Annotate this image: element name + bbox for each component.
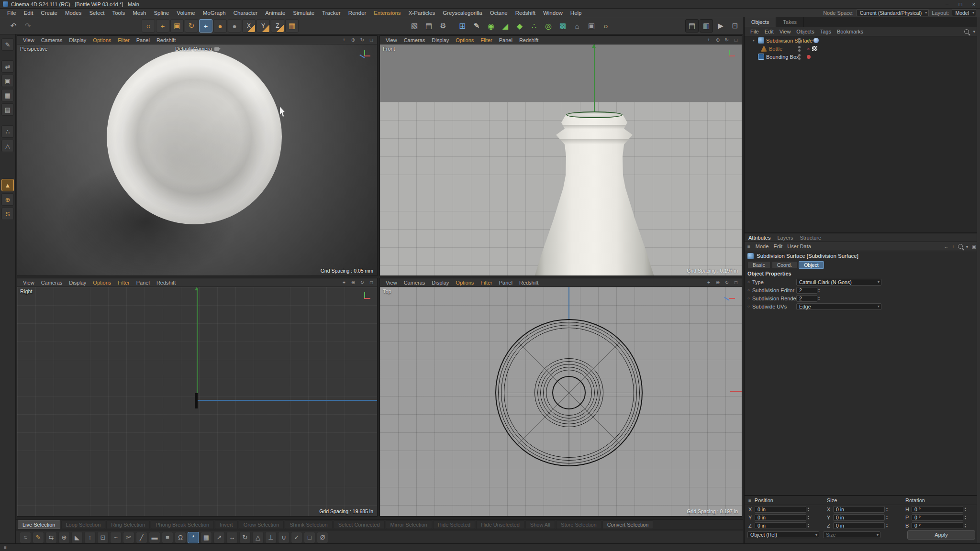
coordinate-system-toggle[interactable]: ▦ bbox=[285, 19, 299, 33]
menu-item[interactable]: Modes bbox=[62, 10, 85, 16]
menu-item[interactable]: Redshift bbox=[512, 10, 539, 16]
add-volume-icon[interactable]: ▩ bbox=[556, 19, 569, 33]
pan-view-icon[interactable]: + bbox=[706, 280, 712, 285]
toggle-view-icon[interactable]: □ bbox=[368, 280, 374, 285]
pan-view-icon[interactable]: + bbox=[706, 37, 712, 43]
measure-tool[interactable]: Ø bbox=[317, 532, 328, 543]
viewport-menu-item[interactable]: Cameras bbox=[38, 37, 66, 43]
menu-item[interactable]: Greyscalegorilla bbox=[439, 10, 485, 16]
close-button[interactable]: × bbox=[970, 1, 977, 7]
arc-tool[interactable]: ≈ bbox=[20, 532, 31, 543]
render-off-dot-icon[interactable] bbox=[807, 55, 811, 59]
size-input[interactable]: 0 in bbox=[833, 506, 885, 513]
viewport-menu-item[interactable]: Filter bbox=[478, 280, 495, 286]
menu-item[interactable]: Select bbox=[86, 10, 108, 16]
add-spline-icon[interactable]: ✎ bbox=[470, 19, 483, 33]
menu-item[interactable]: Help bbox=[567, 10, 585, 16]
panel-tab[interactable]: Objects bbox=[745, 17, 776, 27]
selection-command-button[interactable]: Loop Selection bbox=[61, 520, 106, 529]
menu-item[interactable]: Octane bbox=[487, 10, 511, 16]
panel-tab[interactable]: Layers bbox=[777, 235, 793, 241]
render-settings-icon[interactable]: ⚙ bbox=[436, 19, 450, 33]
viewport-menu-item[interactable]: Filter bbox=[115, 280, 132, 286]
viewport-menu-item[interactable]: Panel bbox=[496, 280, 515, 286]
iron-tool[interactable]: ▦ bbox=[200, 532, 212, 543]
current-tool-move[interactable]: + bbox=[199, 19, 212, 33]
snap-grid-icon[interactable]: ⊡ bbox=[728, 19, 742, 33]
viewport-menu-item[interactable]: Options bbox=[90, 37, 114, 43]
search-icon[interactable] bbox=[964, 29, 969, 34]
lock-y-axis[interactable]: Y bbox=[256, 19, 270, 33]
keyframe-circle-icon[interactable]: ○ bbox=[747, 304, 752, 309]
panel-tab[interactable]: Structure bbox=[800, 235, 822, 241]
edge-slide-tool[interactable]: ⇆ bbox=[45, 532, 57, 543]
add-generator-icon[interactable]: ◆ bbox=[513, 19, 526, 33]
keyframe-circle-icon[interactable]: ○ bbox=[747, 296, 752, 300]
enable-axis-icon[interactable]: ⊕ bbox=[1, 193, 14, 206]
zoom-view-icon[interactable]: ⊕ bbox=[715, 280, 721, 285]
spinner[interactable] bbox=[808, 515, 809, 520]
selection-command-button[interactable]: Mirror Selection bbox=[386, 520, 432, 529]
attribute-mode-menu-item[interactable]: User Data bbox=[785, 243, 813, 249]
menu-item[interactable]: Create bbox=[37, 10, 61, 16]
minimize-button[interactable]: – bbox=[944, 1, 950, 7]
brush-tool[interactable]: * bbox=[188, 532, 199, 543]
viewport-menu-item[interactable]: Cameras bbox=[38, 280, 66, 286]
selection-command-button[interactable]: Hide Unselected bbox=[476, 520, 524, 529]
add-deformer-icon[interactable]: ◢ bbox=[499, 19, 512, 33]
attribute-mode-menu-item[interactable]: Edit bbox=[771, 243, 785, 249]
texture-tag-icon[interactable] bbox=[812, 46, 817, 51]
make-editable-icon[interactable]: ⇄ bbox=[1, 60, 14, 73]
loop-cut-tool[interactable]: ≡ bbox=[162, 532, 173, 543]
line-cut-tool[interactable]: ╱ bbox=[136, 532, 147, 543]
viewport-menu-item[interactable]: Redshift bbox=[516, 280, 541, 286]
menu-item[interactable]: Character bbox=[230, 10, 261, 16]
rotate-view-icon[interactable]: ↻ bbox=[359, 280, 365, 285]
disconnect-tool[interactable]: ⊥ bbox=[265, 532, 277, 543]
edges-mode-icon[interactable]: △ bbox=[1, 140, 14, 152]
viewport-canvas-top[interactable]: Top Grid Spacing : 0.197 in bbox=[380, 287, 742, 516]
viewport-menu-item[interactable]: View bbox=[383, 280, 400, 286]
viewport-menu-item[interactable]: Redshift bbox=[154, 37, 178, 43]
zoom-view-icon[interactable]: ⊕ bbox=[715, 37, 721, 43]
viewport-menu-item[interactable]: View bbox=[20, 280, 37, 286]
selection-command-button[interactable]: Convert Selection bbox=[602, 520, 654, 529]
menu-item[interactable]: Extensions bbox=[370, 10, 404, 16]
viewport-menu-item[interactable]: Cameras bbox=[401, 280, 428, 286]
maximize-button[interactable]: □ bbox=[957, 1, 964, 7]
weld-tool[interactable]: ⊕ bbox=[58, 532, 70, 543]
selection-command-button[interactable]: Select Connected bbox=[334, 520, 385, 529]
attribute-section-tab[interactable]: Object bbox=[799, 261, 824, 269]
viewport-menu-item[interactable]: Options bbox=[90, 280, 114, 286]
render-picture-viewer-icon[interactable]: ▤ bbox=[422, 19, 435, 33]
viewport-menu-item[interactable]: Redshift bbox=[154, 280, 178, 286]
add-light-icon[interactable]: ○ bbox=[599, 19, 612, 33]
melt-tool[interactable]: ∪ bbox=[278, 532, 290, 543]
visibility-dots[interactable] bbox=[798, 38, 801, 44]
menu-item[interactable]: File bbox=[4, 10, 20, 16]
attribute-mode-menu-item[interactable]: Mode bbox=[753, 243, 771, 249]
magnet-tool[interactable]: Ω bbox=[175, 532, 186, 543]
timeline-clapper2-icon[interactable]: ▥ bbox=[700, 19, 713, 33]
spinner[interactable] bbox=[886, 523, 888, 528]
viewport-menu-item[interactable]: Redshift bbox=[516, 37, 541, 43]
spinner[interactable] bbox=[818, 288, 820, 293]
coordinate-sphere[interactable]: ● bbox=[228, 19, 241, 33]
render-view-icon[interactable]: ▧ bbox=[408, 19, 421, 33]
polygons-mode-icon[interactable]: ▲ bbox=[1, 179, 14, 191]
position-input[interactable]: 0 in bbox=[755, 522, 806, 529]
toggle-view-icon[interactable]: □ bbox=[733, 37, 739, 43]
add-subdivision-surface-icon[interactable]: ◉ bbox=[484, 19, 498, 33]
filter-icon[interactable]: ▾ bbox=[966, 244, 969, 249]
viewport-menu-item[interactable]: Filter bbox=[478, 37, 495, 43]
subdivision-renderer-input[interactable]: 2 bbox=[796, 295, 817, 302]
enabled-check-icon[interactable]: ✓ bbox=[807, 37, 811, 44]
selection-command-button[interactable]: Hide Selected bbox=[433, 520, 476, 529]
menu-item[interactable]: Edit bbox=[21, 10, 37, 16]
attribute-section-tab[interactable]: Basic bbox=[747, 261, 770, 269]
position-input[interactable]: 0 in bbox=[755, 514, 806, 521]
menu-item[interactable]: Tracker bbox=[319, 10, 344, 16]
viewport-canvas-front[interactable]: Front Grid Spacing : 0.197 in bbox=[380, 44, 742, 276]
toggle-view-icon[interactable]: □ bbox=[368, 37, 374, 43]
menu-item[interactable]: Render bbox=[345, 10, 370, 16]
